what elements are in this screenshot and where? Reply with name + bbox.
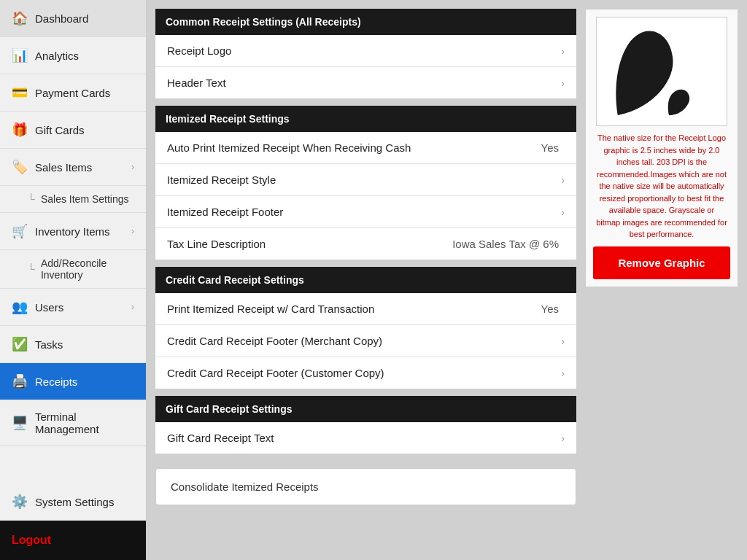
cc-footer-merchant-row[interactable]: Credit Card Receipt Footer (Merchant Cop… [155, 325, 576, 357]
print-itemized-value: Yes [541, 303, 559, 315]
users-icon: 👥 [12, 299, 28, 315]
sidebar-item-dashboard[interactable]: 🏠 Dashboard [0, 0, 146, 37]
auto-print-value: Yes [541, 141, 559, 154]
gift-card-receipt-list: Gift Card Receipt Text › [155, 422, 576, 454]
remove-graphic-button[interactable]: Remove Graphic [593, 246, 730, 279]
header-text-label: Header Text [167, 77, 561, 89]
chevron-right-icon: › [561, 174, 565, 186]
auto-print-row[interactable]: Auto Print Itemized Receipt When Receivi… [155, 132, 576, 164]
itemized-style-row[interactable]: Itemized Receipt Style › [155, 164, 576, 196]
tax-line-value: Iowa Sales Tax @ 6% [452, 238, 559, 250]
sidebar-item-add-reconcile[interactable]: └ Add/Reconcile Inventory [0, 250, 146, 289]
cc-footer-customer-label: Credit Card Receipt Footer (Customer Cop… [167, 367, 561, 379]
settings-panel: Common Receipt Settings (All Receipts) R… [155, 9, 576, 505]
receipt-logo-graphic [603, 20, 720, 122]
header-text-row[interactable]: Header Text › [155, 67, 576, 98]
sidebar-item-label: Analytics [35, 50, 79, 62]
sidebar: 🏠 Dashboard 📊 Analytics 💳 Payment Cards … [0, 0, 147, 560]
analytics-icon: 📊 [12, 47, 28, 63]
sidebar-item-label: Sales Items [35, 161, 92, 174]
sidebar-item-terminal-management[interactable]: 🖥️ Terminal Management [0, 400, 146, 446]
logo-image-container [596, 17, 727, 126]
sales-items-icon: 🏷️ [12, 159, 28, 175]
sidebar-item-users[interactable]: 👥 Users › [0, 289, 146, 326]
receipt-logo-label: Receipt Logo [167, 44, 561, 57]
sidebar-item-label: Terminal Management [35, 411, 134, 435]
sidebar-item-label: Inventory Items [35, 225, 110, 238]
payment-cards-icon: 💳 [12, 85, 28, 101]
gift-card-receipt-section: Gift Card Receipt Settings Gift Card Rec… [155, 396, 576, 461]
sidebar-item-label: Payment Cards [35, 87, 110, 99]
main-content: Common Receipt Settings (All Receipts) R… [147, 0, 747, 560]
sidebar-sub-item-label: Sales Item Settings [41, 193, 129, 205]
chevron-right-icon: › [561, 77, 565, 89]
sidebar-item-label: Tasks [35, 338, 63, 351]
common-receipt-section: Common Receipt Settings (All Receipts) R… [155, 9, 576, 106]
sidebar-item-analytics[interactable]: 📊 Analytics [0, 37, 146, 74]
print-itemized-label: Print Itemized Receipt w/ Card Transacti… [167, 303, 541, 315]
sidebar-item-receipts[interactable]: 🖨️ Receipts [0, 363, 146, 400]
logout-button[interactable]: Logout [0, 521, 146, 560]
gift-card-receipt-header: Gift Card Receipt Settings [155, 396, 576, 422]
sidebar-item-label: Gift Cards [35, 124, 85, 136]
cc-footer-merchant-label: Credit Card Receipt Footer (Merchant Cop… [167, 335, 561, 347]
dashboard-icon: 🏠 [12, 10, 28, 26]
auto-print-label: Auto Print Itemized Receipt When Receivi… [167, 141, 541, 154]
system-settings-icon: ⚙️ [12, 494, 28, 510]
gift-card-text-label: Gift Card Receipt Text [167, 432, 561, 444]
tax-line-label: Tax Line Description [167, 238, 452, 250]
sidebar-item-label: Dashboard [35, 12, 88, 25]
tax-line-row[interactable]: Tax Line Description Iowa Sales Tax @ 6% [155, 228, 576, 260]
receipt-logo-row[interactable]: Receipt Logo › [155, 35, 576, 67]
terminal-icon: 🖥️ [12, 415, 28, 431]
sidebar-sub-item-label: Add/Reconcile Inventory [41, 257, 134, 281]
sidebar-item-inventory-items[interactable]: 🛒 Inventory Items › [0, 213, 146, 250]
sidebar-item-payment-cards[interactable]: 💳 Payment Cards [0, 74, 146, 112]
sidebar-item-sales-item-settings[interactable]: └ Sales Item Settings [0, 186, 146, 213]
print-itemized-row[interactable]: Print Itemized Receipt w/ Card Transacti… [155, 293, 576, 325]
tasks-icon: ✅ [12, 336, 28, 352]
itemized-receipt-list: Auto Print Itemized Receipt When Receivi… [155, 132, 576, 260]
consolidate-button[interactable]: Consolidate Itemized Receipts [155, 468, 576, 505]
receipts-icon: 🖨️ [12, 373, 28, 389]
common-receipt-list: Receipt Logo › Header Text › [155, 35, 576, 98]
itemized-footer-row[interactable]: Itemized Receipt Footer › [155, 196, 576, 228]
common-receipt-header: Common Receipt Settings (All Receipts) [155, 9, 576, 35]
credit-card-header: Credit Card Receipt Settings [155, 267, 576, 293]
chevron-right-icon: › [561, 45, 565, 57]
logout-label: Logout [12, 534, 51, 546]
sidebar-item-label: System Settings [35, 496, 114, 508]
sidebar-item-tasks[interactable]: ✅ Tasks [0, 326, 146, 363]
sidebar-item-system-settings[interactable]: ⚙️ System Settings [0, 483, 146, 521]
sidebar-item-gift-cards[interactable]: 🎁 Gift Cards [0, 112, 146, 149]
credit-card-list: Print Itemized Receipt w/ Card Transacti… [155, 293, 576, 389]
gift-cards-icon: 🎁 [12, 122, 28, 138]
gift-card-text-row[interactable]: Gift Card Receipt Text › [155, 422, 576, 454]
itemized-receipt-section: Itemized Receipt Settings Auto Print Ite… [155, 106, 576, 267]
itemized-footer-label: Itemized Receipt Footer [167, 206, 561, 218]
credit-card-section: Credit Card Receipt Settings Print Itemi… [155, 267, 576, 396]
chevron-right-icon: › [561, 432, 565, 444]
cc-footer-customer-row[interactable]: Credit Card Receipt Footer (Customer Cop… [155, 357, 576, 389]
chevron-right-icon: › [131, 226, 134, 236]
sidebar-item-label: Receipts [35, 376, 77, 388]
chevron-right-icon: › [561, 206, 565, 218]
sub-indent-icon: └ [28, 263, 35, 275]
sub-indent-icon: └ [28, 193, 35, 205]
logo-panel: The native size for the Receipt Logo gra… [585, 9, 738, 287]
itemized-style-label: Itemized Receipt Style [167, 174, 561, 186]
sidebar-item-sales-items[interactable]: 🏷️ Sales Items › [0, 149, 146, 186]
chevron-right-icon: › [131, 302, 134, 312]
inventory-items-icon: 🛒 [12, 223, 28, 239]
itemized-receipt-header: Itemized Receipt Settings [155, 106, 576, 132]
logo-description: The native size for the Receipt Logo gra… [593, 132, 730, 241]
chevron-right-icon: › [131, 162, 134, 172]
sidebar-item-label: Users [35, 301, 63, 314]
chevron-right-icon: › [561, 335, 565, 347]
chevron-right-icon: › [561, 368, 565, 379]
